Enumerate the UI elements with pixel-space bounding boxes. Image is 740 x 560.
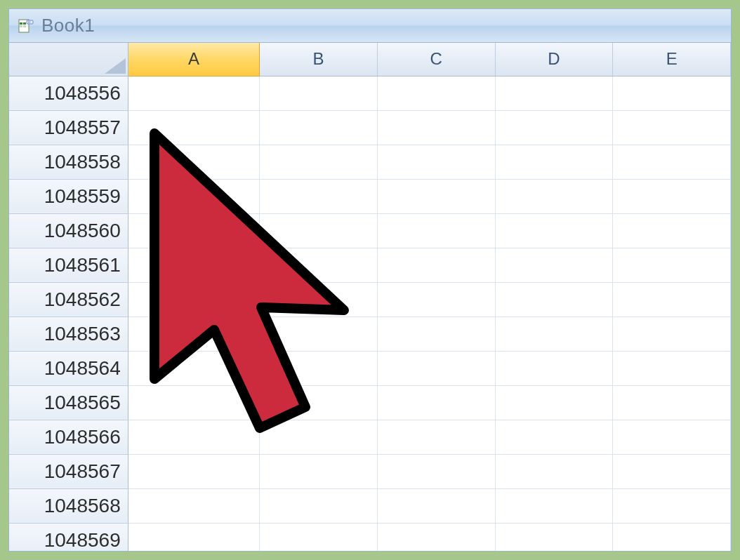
row-header[interactable]: 1048569 <box>9 523 128 552</box>
row-header[interactable]: 1048566 <box>9 420 128 454</box>
workbook-window: 10 Book1 A B C D E 1048556 <box>8 8 732 552</box>
cell[interactable] <box>613 145 731 179</box>
titlebar[interactable]: 10 Book1 <box>9 9 731 43</box>
row-header[interactable]: 1048568 <box>9 488 128 523</box>
cell[interactable] <box>613 179 731 213</box>
row-header[interactable]: 1048560 <box>9 213 128 248</box>
cell[interactable] <box>377 420 495 454</box>
cell[interactable] <box>260 110 378 145</box>
svg-rect-1 <box>20 22 22 25</box>
row-header[interactable]: 1048561 <box>9 248 128 282</box>
cell[interactable] <box>128 282 259 316</box>
cell[interactable] <box>260 179 378 213</box>
cell[interactable] <box>377 110 495 145</box>
cell[interactable] <box>495 213 613 248</box>
cell[interactable] <box>260 76 378 110</box>
cell[interactable] <box>495 248 613 282</box>
cell[interactable] <box>495 282 613 316</box>
cell[interactable] <box>613 213 731 248</box>
cell[interactable] <box>377 213 495 248</box>
cell[interactable] <box>377 523 495 552</box>
cell[interactable] <box>377 282 495 316</box>
cell[interactable] <box>495 179 613 213</box>
cell[interactable] <box>260 248 378 282</box>
cell[interactable] <box>377 351 495 385</box>
cell[interactable] <box>613 351 731 385</box>
cell[interactable] <box>495 454 613 488</box>
cell[interactable] <box>613 488 731 523</box>
column-header-e[interactable]: E <box>613 43 731 76</box>
cell[interactable] <box>613 385 731 420</box>
cell[interactable] <box>495 145 613 179</box>
cell[interactable] <box>128 351 259 385</box>
cell[interactable] <box>495 351 613 385</box>
cell[interactable] <box>260 145 378 179</box>
cell[interactable] <box>260 420 378 454</box>
cell[interactable] <box>495 316 613 351</box>
cell[interactable] <box>613 76 731 110</box>
cell[interactable] <box>495 488 613 523</box>
row-header[interactable]: 1048559 <box>9 179 128 213</box>
row-header[interactable]: 1048563 <box>9 316 128 351</box>
select-all-corner[interactable] <box>9 43 128 76</box>
cell[interactable] <box>260 351 378 385</box>
cell[interactable] <box>260 523 378 552</box>
cell[interactable] <box>613 523 731 552</box>
cell[interactable] <box>260 488 378 523</box>
cell[interactable] <box>128 179 259 213</box>
cell[interactable] <box>377 316 495 351</box>
row-header[interactable]: 1048558 <box>9 145 128 179</box>
excel-file-icon: 10 <box>18 18 34 34</box>
cell[interactable] <box>128 420 259 454</box>
cell[interactable] <box>128 488 259 523</box>
cell[interactable] <box>260 454 378 488</box>
row-header[interactable]: 1048567 <box>9 454 128 488</box>
row-header[interactable]: 1048565 <box>9 385 128 420</box>
row-header[interactable]: 1048557 <box>9 110 128 145</box>
svg-rect-3 <box>20 25 22 27</box>
svg-text:10: 10 <box>27 20 31 24</box>
cell[interactable] <box>377 454 495 488</box>
cell[interactable] <box>377 488 495 523</box>
cell[interactable] <box>377 76 495 110</box>
cell[interactable] <box>495 523 613 552</box>
column-header-d[interactable]: D <box>495 43 613 76</box>
cell[interactable] <box>613 110 731 145</box>
cell[interactable] <box>128 523 259 552</box>
cell[interactable] <box>377 385 495 420</box>
row-header[interactable]: 1048556 <box>9 76 128 110</box>
column-header-b[interactable]: B <box>260 43 378 76</box>
svg-rect-2 <box>23 22 26 25</box>
cell[interactable] <box>128 145 259 179</box>
cell[interactable] <box>128 385 259 420</box>
cell[interactable] <box>260 385 378 420</box>
cell[interactable] <box>260 282 378 316</box>
row-header[interactable]: 1048564 <box>9 351 128 385</box>
cell[interactable] <box>260 213 378 248</box>
column-header-c[interactable]: C <box>377 43 495 76</box>
cell[interactable] <box>613 316 731 351</box>
cell[interactable] <box>613 248 731 282</box>
cell[interactable] <box>377 248 495 282</box>
cell[interactable] <box>495 420 613 454</box>
cell[interactable] <box>128 213 259 248</box>
cell[interactable] <box>613 454 731 488</box>
cell[interactable] <box>495 385 613 420</box>
cell[interactable] <box>128 110 259 145</box>
spreadsheet-grid[interactable]: A B C D E 1048556 1048557 <box>9 43 731 551</box>
cell[interactable] <box>613 420 731 454</box>
column-header-a[interactable]: A <box>128 43 259 76</box>
cell[interactable] <box>377 179 495 213</box>
cell[interactable] <box>128 248 259 282</box>
cell[interactable] <box>495 110 613 145</box>
workbook-title: Book1 <box>41 15 95 36</box>
row-header[interactable]: 1048562 <box>9 282 128 316</box>
cell[interactable] <box>377 145 495 179</box>
cell[interactable] <box>128 454 259 488</box>
cell[interactable] <box>613 282 731 316</box>
cell[interactable] <box>128 76 259 110</box>
cell[interactable] <box>495 76 613 110</box>
cell[interactable] <box>260 316 378 351</box>
cell[interactable] <box>128 316 259 351</box>
svg-rect-4 <box>23 25 26 27</box>
